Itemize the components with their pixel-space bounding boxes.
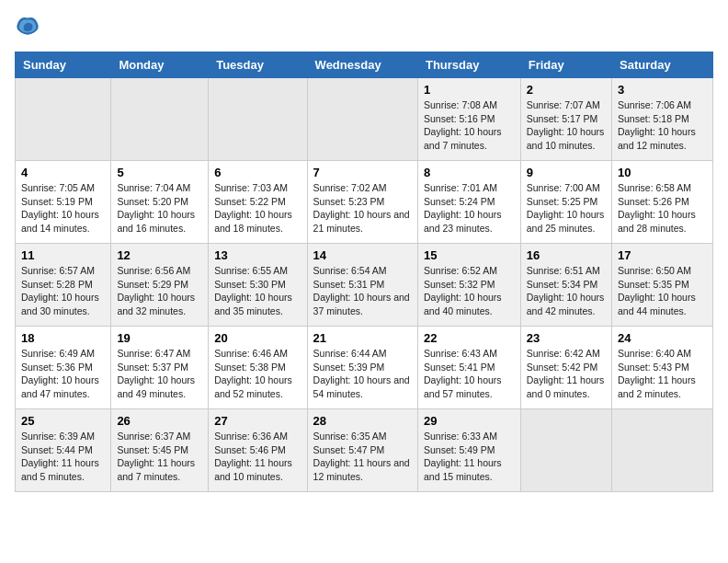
day-info: Sunrise: 6:33 AMSunset: 5:49 PMDaylight:…: [424, 430, 515, 484]
calendar-cell: 14Sunrise: 6:54 AMSunset: 5:31 PMDayligh…: [307, 244, 417, 327]
day-number: 24: [618, 331, 707, 345]
day-info: Sunrise: 7:07 AMSunset: 5:17 PMDaylight:…: [527, 98, 606, 153]
day-number: 13: [214, 248, 301, 262]
day-number: 5: [117, 166, 202, 179]
calendar-cell: 21Sunrise: 6:44 AMSunset: 5:39 PMDayligh…: [307, 327, 417, 409]
day-number: 21: [313, 331, 412, 345]
day-info: Sunrise: 7:01 AMSunset: 5:24 PMDaylight:…: [424, 181, 515, 236]
calendar-cell: 6Sunrise: 7:03 AMSunset: 5:22 PMDaylight…: [209, 161, 307, 244]
day-number: 20: [214, 331, 301, 345]
day-number: 11: [21, 248, 105, 262]
logo-icon: [15, 15, 40, 40]
weekday-header: Sunday: [16, 52, 111, 78]
calendar-cell: 16Sunrise: 6:51 AMSunset: 5:34 PMDayligh…: [520, 244, 611, 327]
calendar-cell: 4Sunrise: 7:05 AMSunset: 5:19 PMDaylight…: [16, 161, 111, 244]
calendar-cell: 24Sunrise: 6:40 AMSunset: 5:43 PMDayligh…: [612, 327, 713, 409]
day-info: Sunrise: 6:56 AMSunset: 5:29 PMDaylight:…: [117, 264, 202, 318]
day-info: Sunrise: 6:49 AMSunset: 5:36 PMDaylight:…: [21, 347, 105, 401]
day-info: Sunrise: 7:05 AMSunset: 5:19 PMDaylight:…: [21, 181, 105, 236]
day-info: Sunrise: 6:55 AMSunset: 5:30 PMDaylight:…: [214, 264, 301, 318]
calendar-cell: 20Sunrise: 6:46 AMSunset: 5:38 PMDayligh…: [209, 327, 307, 409]
calendar-cell: 17Sunrise: 6:50 AMSunset: 5:35 PMDayligh…: [612, 244, 713, 327]
day-number: 7: [313, 166, 412, 179]
weekday-header: Saturday: [612, 52, 713, 78]
day-number: 16: [527, 248, 606, 262]
day-info: Sunrise: 6:37 AMSunset: 5:45 PMDaylight:…: [117, 430, 202, 484]
day-info: Sunrise: 6:36 AMSunset: 5:46 PMDaylight:…: [214, 430, 301, 484]
calendar-week-row: 18Sunrise: 6:49 AMSunset: 5:36 PMDayligh…: [16, 327, 713, 409]
calendar-cell: 15Sunrise: 6:52 AMSunset: 5:32 PMDayligh…: [417, 244, 520, 327]
day-info: Sunrise: 6:54 AMSunset: 5:31 PMDaylight:…: [313, 264, 412, 318]
day-info: Sunrise: 6:51 AMSunset: 5:34 PMDaylight:…: [527, 264, 606, 318]
calendar-cell: 5Sunrise: 7:04 AMSunset: 5:20 PMDaylight…: [111, 161, 209, 244]
day-number: 23: [527, 331, 606, 345]
weekday-header: Thursday: [417, 52, 520, 78]
day-number: 22: [424, 331, 515, 345]
day-number: 2: [527, 83, 606, 97]
calendar-cell: [16, 78, 111, 161]
day-number: 19: [117, 331, 202, 345]
day-number: 18: [21, 331, 105, 345]
day-number: 25: [21, 414, 105, 428]
day-number: 26: [117, 414, 202, 428]
weekday-header: Friday: [520, 52, 611, 78]
calendar-cell: [520, 409, 611, 492]
calendar-cell: 11Sunrise: 6:57 AMSunset: 5:28 PMDayligh…: [16, 244, 111, 327]
calendar-cell: 19Sunrise: 6:47 AMSunset: 5:37 PMDayligh…: [111, 327, 209, 409]
day-info: Sunrise: 6:44 AMSunset: 5:39 PMDaylight:…: [313, 347, 412, 401]
calendar-week-row: 4Sunrise: 7:05 AMSunset: 5:19 PMDaylight…: [16, 161, 713, 244]
calendar-cell: 8Sunrise: 7:01 AMSunset: 5:24 PMDaylight…: [417, 161, 520, 244]
calendar-cell: 12Sunrise: 6:56 AMSunset: 5:29 PMDayligh…: [111, 244, 209, 327]
calendar-cell: 23Sunrise: 6:42 AMSunset: 5:42 PMDayligh…: [520, 327, 611, 409]
day-info: Sunrise: 7:03 AMSunset: 5:22 PMDaylight:…: [214, 181, 301, 236]
calendar-week-row: 25Sunrise: 6:39 AMSunset: 5:44 PMDayligh…: [16, 409, 713, 492]
calendar-cell: 18Sunrise: 6:49 AMSunset: 5:36 PMDayligh…: [16, 327, 111, 409]
day-number: 10: [618, 166, 707, 179]
day-number: 28: [313, 414, 412, 428]
day-number: 27: [214, 414, 301, 428]
day-number: 1: [424, 83, 515, 97]
day-info: Sunrise: 6:57 AMSunset: 5:28 PMDaylight:…: [21, 264, 105, 318]
calendar-cell: [209, 78, 307, 161]
calendar-cell: 13Sunrise: 6:55 AMSunset: 5:30 PMDayligh…: [209, 244, 307, 327]
weekday-header: Tuesday: [209, 52, 307, 78]
header: [15, 15, 713, 40]
logo: [15, 15, 44, 40]
calendar-table: SundayMondayTuesdayWednesdayThursdayFrid…: [15, 52, 713, 492]
day-info: Sunrise: 7:04 AMSunset: 5:20 PMDaylight:…: [117, 181, 202, 236]
day-number: 12: [117, 248, 202, 262]
day-info: Sunrise: 6:39 AMSunset: 5:44 PMDaylight:…: [21, 430, 105, 484]
calendar-week-row: 1Sunrise: 7:08 AMSunset: 5:16 PMDaylight…: [16, 78, 713, 161]
day-info: Sunrise: 6:46 AMSunset: 5:38 PMDaylight:…: [214, 347, 301, 401]
calendar-week-row: 11Sunrise: 6:57 AMSunset: 5:28 PMDayligh…: [16, 244, 713, 327]
day-info: Sunrise: 7:02 AMSunset: 5:23 PMDaylight:…: [313, 181, 412, 236]
calendar-cell: 26Sunrise: 6:37 AMSunset: 5:45 PMDayligh…: [111, 409, 209, 492]
day-info: Sunrise: 6:50 AMSunset: 5:35 PMDaylight:…: [618, 264, 707, 318]
day-number: 29: [424, 414, 515, 428]
day-number: 9: [527, 166, 606, 179]
calendar-cell: 2Sunrise: 7:07 AMSunset: 5:17 PMDaylight…: [520, 78, 611, 161]
calendar-cell: 7Sunrise: 7:02 AMSunset: 5:23 PMDaylight…: [307, 161, 417, 244]
day-info: Sunrise: 6:43 AMSunset: 5:41 PMDaylight:…: [424, 347, 515, 401]
weekday-header: Monday: [111, 52, 209, 78]
day-number: 8: [424, 166, 515, 179]
calendar-cell: [111, 78, 209, 161]
calendar-cell: [612, 409, 713, 492]
weekday-header: Wednesday: [307, 52, 417, 78]
calendar-cell: 1Sunrise: 7:08 AMSunset: 5:16 PMDaylight…: [417, 78, 520, 161]
day-number: 17: [618, 248, 707, 262]
calendar-cell: 25Sunrise: 6:39 AMSunset: 5:44 PMDayligh…: [16, 409, 111, 492]
day-info: Sunrise: 6:47 AMSunset: 5:37 PMDaylight:…: [117, 347, 202, 401]
calendar-cell: [307, 78, 417, 161]
day-info: Sunrise: 6:42 AMSunset: 5:42 PMDaylight:…: [527, 347, 606, 401]
day-info: Sunrise: 6:40 AMSunset: 5:43 PMDaylight:…: [618, 347, 707, 401]
day-number: 14: [313, 248, 412, 262]
calendar-cell: 29Sunrise: 6:33 AMSunset: 5:49 PMDayligh…: [417, 409, 520, 492]
calendar-cell: 22Sunrise: 6:43 AMSunset: 5:41 PMDayligh…: [417, 327, 520, 409]
calendar-cell: 27Sunrise: 6:36 AMSunset: 5:46 PMDayligh…: [209, 409, 307, 492]
day-info: Sunrise: 6:35 AMSunset: 5:47 PMDaylight:…: [313, 430, 412, 484]
calendar-cell: 3Sunrise: 7:06 AMSunset: 5:18 PMDaylight…: [612, 78, 713, 161]
day-number: 4: [21, 166, 105, 179]
day-number: 6: [214, 166, 301, 179]
day-number: 3: [618, 83, 707, 97]
